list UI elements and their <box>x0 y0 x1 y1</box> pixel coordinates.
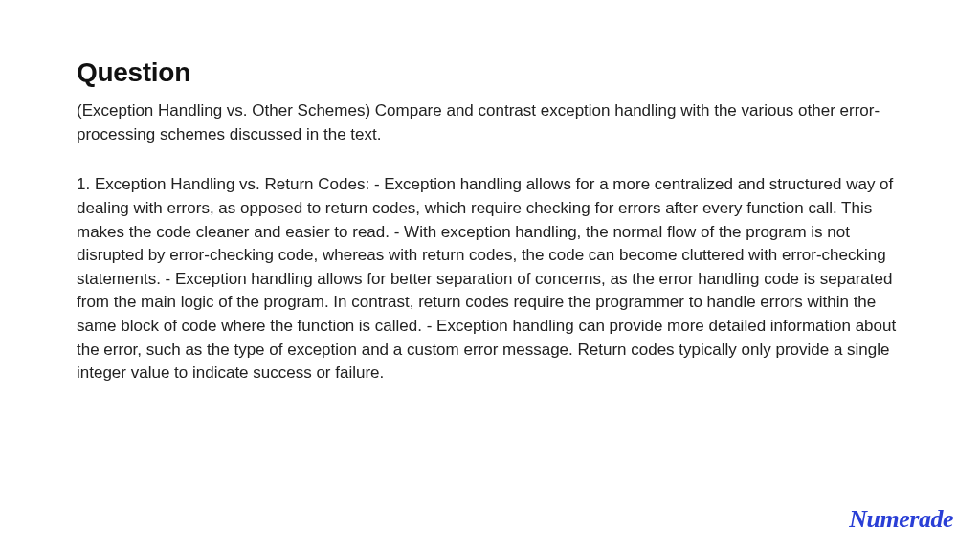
answer-body: 1. Exception Handling vs. Return Codes: … <box>77 173 903 386</box>
brand-logo: Numerade <box>849 505 953 534</box>
question-prompt: (Exception Handling vs. Other Schemes) C… <box>77 99 903 146</box>
question-heading: Question <box>77 57 903 88</box>
